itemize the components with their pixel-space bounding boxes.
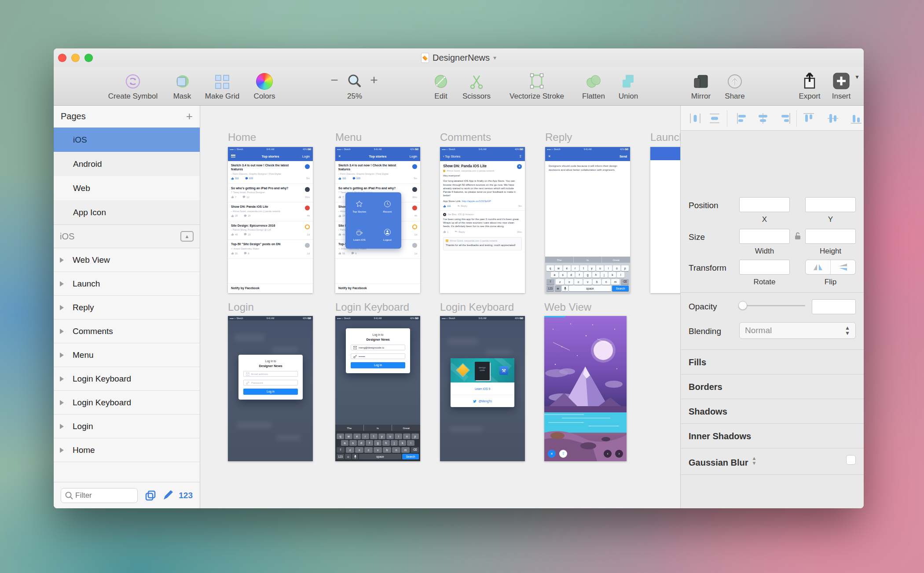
inner-shadows-section-header[interactable]: Inner Shadows	[689, 431, 751, 441]
gaussian-blur-checkbox[interactable]	[846, 455, 856, 465]
flip-vertical-button[interactable]	[831, 260, 855, 274]
zoom-button[interactable]: 25%	[343, 70, 366, 101]
opacity-input[interactable]	[812, 299, 856, 314]
rotate-input[interactable]	[739, 260, 790, 275]
zoom-out-button[interactable]: −	[329, 70, 340, 91]
layer-item[interactable]: Login	[54, 415, 200, 438]
layer-item[interactable]: Comments	[54, 320, 200, 343]
distribute-horizontally-button[interactable]	[689, 112, 702, 125]
artboard-login[interactable]: ●●●○○ Sketch9:41 AM 42% Log in to Design…	[228, 316, 313, 461]
flip-horizontal-button[interactable]	[806, 260, 831, 274]
flatten-button[interactable]: Flatten	[575, 70, 612, 101]
page-item[interactable]: Android	[54, 152, 200, 176]
disclosure-triangle-icon[interactable]	[60, 400, 64, 405]
position-x-input[interactable]	[739, 197, 790, 212]
make-grid-button[interactable]: Make Grid	[199, 70, 246, 101]
distribute-vertically-button[interactable]	[708, 112, 721, 125]
layer-item[interactable]: Reply	[54, 296, 200, 320]
disclosure-triangle-icon[interactable]	[60, 424, 64, 429]
artboard-menu[interactable]: ●●●○○ Sketch9:41 AM 42% × Top stories Lo…	[335, 147, 420, 293]
artboard-web-view[interactable]: × ⇧ ‹ ›	[544, 316, 627, 461]
duplicate-pages-icon[interactable]	[144, 489, 157, 502]
home-nav-bar: Top stories Login	[228, 151, 313, 161]
disclosure-triangle-icon[interactable]	[60, 257, 64, 263]
blur-type-stepper-icon[interactable]: ▲▼	[752, 456, 757, 466]
export-button[interactable]: Export	[794, 70, 825, 101]
artboard-label-reply[interactable]: Reply	[545, 131, 572, 143]
share-button[interactable]: Share	[719, 70, 750, 101]
suggestion: Is	[364, 425, 392, 431]
page-item[interactable]: iOS	[54, 128, 200, 152]
key: v	[583, 279, 592, 285]
shadows-section-header[interactable]: Shadows	[689, 407, 727, 417]
mask-button[interactable]: Mask	[165, 70, 200, 101]
twitter-link: @MengTo	[451, 395, 514, 407]
gaussian-blur-section-header[interactable]: Gaussian Blur▲▼	[689, 456, 757, 468]
artboard-label-launch[interactable]: Launch	[650, 131, 680, 143]
page-item[interactable]: App Icon	[54, 200, 200, 224]
union-button[interactable]: Union	[613, 70, 643, 101]
edit-button[interactable]: Edit	[425, 70, 456, 101]
story-row: So who's getting an iPad Pro and why? TT…	[228, 184, 313, 203]
key: o	[403, 433, 411, 439]
colors-button[interactable]: Colors	[246, 70, 283, 101]
artboard-reply[interactable]: ●●●○○ Sketch9:41 AM 42% × Send Designers…	[545, 147, 630, 293]
borders-section-header[interactable]: Borders	[689, 382, 722, 392]
layer-item[interactable]: Home	[54, 438, 200, 462]
width-input[interactable]	[739, 229, 790, 244]
lock-icon[interactable]	[794, 231, 801, 240]
align-center-horizontally-button[interactable]	[756, 112, 770, 125]
canvas[interactable]: Home Menu Comments Reply Launch ●●●○○ Sk…	[200, 106, 680, 508]
align-left-button[interactable]	[736, 112, 749, 125]
disclosure-triangle-icon[interactable]	[60, 376, 64, 382]
artboard-label-login-keyboard-2[interactable]: Login Keyboard	[440, 301, 514, 313]
layer-item[interactable]: Web View	[54, 248, 200, 272]
notify-footer: Notify by Facebook	[335, 283, 420, 293]
scissors-button[interactable]: Scissors	[457, 70, 496, 101]
artboard-login-keyboard-2[interactable]: ●●●○○ Sketch9:41 AM 42% designcode	[440, 316, 525, 461]
blending-dropdown[interactable]: Normal ▲▼	[739, 322, 856, 339]
artboard-label-menu[interactable]: Menu	[335, 131, 362, 143]
artboard-label-login[interactable]: Login	[228, 301, 254, 313]
layer-item[interactable]: Login Keyboard	[54, 391, 200, 415]
disclosure-triangle-icon[interactable]	[60, 448, 64, 453]
disclosure-triangle-icon[interactable]	[60, 353, 64, 358]
artboard-label-web-view[interactable]: Web View	[544, 301, 591, 313]
align-middle-vertically-button[interactable]	[826, 112, 840, 125]
menu-recent: Recent	[374, 192, 402, 220]
artboard-comments[interactable]: ●●●○○ Sketch9:41 AM 42% ‹ Top Stories ⇧ …	[440, 147, 525, 293]
collapse-section-button[interactable]: ▲	[180, 231, 194, 242]
pencil-icon[interactable]	[162, 490, 173, 501]
disclosure-triangle-icon[interactable]	[60, 329, 64, 334]
align-bottom-button[interactable]	[850, 112, 863, 125]
artboard-label-home[interactable]: Home	[228, 131, 256, 143]
layers-section-header: iOS ▲	[54, 224, 200, 248]
space-key: space	[569, 286, 611, 291]
artboard-login-keyboard-1[interactable]: ●●●○○ Sketch9:41 AM 42% Log in to Design…	[335, 316, 420, 461]
artboard-launch[interactable]	[650, 147, 680, 293]
layer-item[interactable]: Menu	[54, 343, 200, 367]
insert-button[interactable]: ▼ Insert	[828, 70, 854, 101]
window-title-group[interactable]: DesignerNews ▾	[54, 48, 864, 67]
align-right-button[interactable]	[778, 112, 792, 125]
create-symbol-button[interactable]: Create Symbol	[102, 70, 164, 101]
artboard-home[interactable]: ●●●○○ Sketch9:41 AM 42% Top stories Logi…	[228, 147, 313, 293]
disclosure-triangle-icon[interactable]	[60, 281, 64, 286]
layer-item[interactable]: Login Keyboard	[54, 367, 200, 391]
artboard-label-comments[interactable]: Comments	[440, 131, 491, 143]
page-item[interactable]: Web	[54, 176, 200, 200]
add-page-button[interactable]: +	[186, 110, 193, 123]
vectorize-stroke-button[interactable]: Vectorize Stroke	[502, 70, 572, 101]
layer-item[interactable]: Launch	[54, 272, 200, 296]
opacity-slider-knob[interactable]	[738, 301, 747, 310]
artboard-label-login-keyboard-1[interactable]: Login Keyboard	[335, 301, 409, 313]
opacity-slider[interactable]	[739, 305, 805, 306]
disclosure-triangle-icon[interactable]	[60, 305, 64, 310]
mirror-button[interactable]: Mirror	[686, 70, 716, 101]
position-y-input[interactable]	[805, 197, 856, 212]
key: h	[382, 440, 390, 446]
align-top-button[interactable]	[802, 112, 815, 125]
height-input[interactable]	[805, 229, 856, 244]
fills-section-header[interactable]: Fills	[689, 357, 706, 367]
zoom-in-button[interactable]: +	[369, 70, 379, 91]
